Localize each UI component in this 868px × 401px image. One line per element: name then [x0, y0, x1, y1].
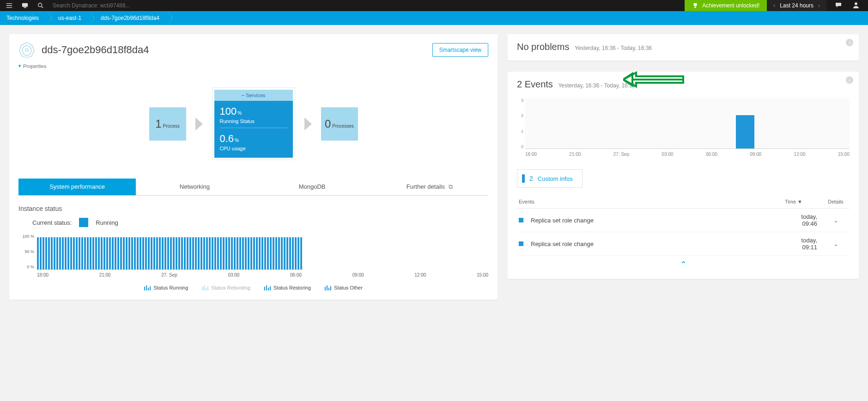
- svg-marker-6: [22, 45, 31, 56]
- legend-running[interactable]: Status Running: [144, 285, 188, 290]
- events-title: 2 Events: [517, 79, 553, 89]
- info-icon[interactable]: i: [846, 76, 853, 84]
- expand-row-icon[interactable]: ⌄: [822, 217, 850, 224]
- crumb-region[interactable]: us-east-1: [47, 11, 90, 25]
- svg-point-7: [25, 49, 28, 51]
- event-marker-icon: [519, 218, 523, 222]
- chevron-down-icon: ▾: [18, 63, 21, 69]
- legend-rebooting[interactable]: Status Rebooting: [202, 285, 250, 290]
- svg-point-4: [855, 2, 857, 5]
- event-row: Replica set role change today, 09:11 ⌄: [517, 232, 850, 256]
- flow-arrow-icon: [304, 117, 312, 130]
- page-title: dds-7goe2b96d18f8da4: [42, 44, 426, 56]
- external-link-icon: ⧉: [449, 183, 453, 190]
- metric-tabs: System performance Networking MongoDB Fu…: [18, 179, 488, 196]
- menu-icon[interactable]: [6, 2, 13, 9]
- topbar: Achievement unlocked! ‹ Last 24 hours ›: [0, 0, 868, 11]
- tab-mongodb[interactable]: MongoDB: [254, 179, 371, 195]
- entity-detail-card: dds-7goe2b96d18f8da4 Smartscape view ▾ P…: [9, 34, 498, 300]
- event-bar: [736, 115, 754, 148]
- breadcrumb: Technologies us-east-1 dds-7goe2b96d18f8…: [0, 11, 868, 25]
- event-marker-icon: [519, 241, 523, 246]
- problems-card: i No problems Yesterday, 16:36 - Today, …: [508, 34, 859, 61]
- tab-networking[interactable]: Networking: [136, 179, 253, 195]
- tab-system-performance[interactable]: System performance: [18, 179, 136, 195]
- properties-toggle[interactable]: ▾ Properties: [18, 63, 488, 69]
- status-swatch: [79, 218, 88, 227]
- events-chart: 32 10 18:0021:00 27. Sep03:00 06:0009:00…: [517, 98, 850, 163]
- svg-marker-5: [19, 43, 34, 57]
- timeframe-label: Last 24 hours: [780, 2, 813, 9]
- current-status-value: Running: [96, 219, 118, 226]
- event-row: Replica set role change today, 09:46 ⌄: [517, 209, 850, 232]
- info-icon[interactable]: i: [846, 39, 853, 46]
- instance-status-chart: 100 % 50 % 0 % 18:0021:00 27. Sep03:00 0…: [18, 237, 488, 278]
- user-icon[interactable]: [852, 1, 860, 10]
- chevron-right-icon[interactable]: ›: [818, 2, 820, 9]
- expand-row-icon[interactable]: ⌄: [822, 241, 850, 247]
- smartscape-button[interactable]: Smartscape view: [432, 43, 488, 57]
- collapse-events-icon[interactable]: ⌃: [517, 256, 850, 270]
- search-input[interactable]: [53, 2, 173, 9]
- monitor-icon[interactable]: [21, 2, 29, 9]
- flow-arrow-icon: [195, 117, 203, 130]
- tech-logo-icon: [18, 42, 35, 58]
- topology-flow: 1Process − Services 100% Running Status …: [18, 87, 488, 160]
- legend-restoring[interactable]: Status Restoring: [264, 285, 311, 290]
- search-icon[interactable]: [37, 2, 44, 9]
- process-box-right[interactable]: 0Processes: [321, 107, 358, 141]
- crumb-technologies[interactable]: Technologies: [0, 11, 47, 25]
- crumb-entity[interactable]: dds-7goe2b96d18f8da4: [90, 11, 168, 25]
- events-range: Yesterday, 16:36 - Today, 16:36: [558, 82, 635, 89]
- host-metrics-box[interactable]: − Services 100% Running Status 0.6% CPU …: [212, 87, 295, 160]
- sort-time[interactable]: Time ▼: [785, 199, 822, 204]
- svg-point-2: [38, 3, 42, 7]
- tab-further-details[interactable]: Further details⧉: [371, 179, 488, 195]
- achievement-text: Achievement unlocked!: [702, 2, 759, 9]
- chevron-left-icon[interactable]: ‹: [773, 2, 775, 9]
- achievement-banner[interactable]: Achievement unlocked!: [685, 0, 767, 11]
- filter-bar-icon: [522, 174, 525, 183]
- problems-title: No problems: [517, 42, 569, 52]
- timeframe-picker[interactable]: ‹ Last 24 hours ›: [767, 0, 826, 11]
- process-box-left[interactable]: 1Process: [149, 107, 186, 141]
- svg-rect-1: [24, 7, 26, 8]
- instance-status-title: Instance status: [18, 205, 488, 212]
- events-card: i 2 Events Yesterday, 16:36 - Today, 16:…: [508, 72, 859, 279]
- legend-other[interactable]: Status Other: [325, 285, 363, 290]
- svg-line-3: [42, 6, 43, 8]
- chat-icon[interactable]: [835, 1, 842, 10]
- svg-rect-0: [22, 3, 28, 7]
- status-legend: Status Running Status Rebooting Status R…: [18, 285, 488, 290]
- current-status-label: Current status:: [32, 219, 72, 226]
- problems-range: Yesterday, 16:36 - Today, 16:36: [575, 45, 652, 51]
- custom-infos-filter[interactable]: 2 Custom infos: [517, 169, 583, 188]
- events-table-head: Events Time ▼ Details: [517, 195, 850, 209]
